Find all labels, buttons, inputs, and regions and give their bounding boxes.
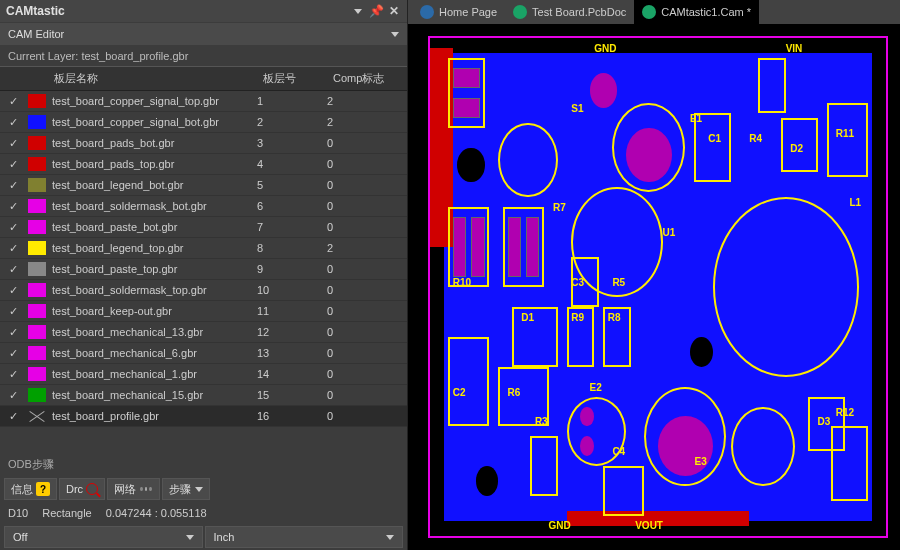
document-tabs: Home PageTest Board.PcbDocCAMtastic1.Cam… — [408, 0, 900, 24]
layer-visibility-check[interactable]: ✓ — [0, 410, 26, 423]
layer-visibility-check[interactable]: ✓ — [0, 368, 26, 381]
layer-color-swatch — [28, 325, 46, 339]
layer-row[interactable]: ✓test_board_legend_top.gbr82 — [0, 238, 407, 259]
layer-visibility-check[interactable]: ✓ — [0, 284, 26, 297]
layer-comp: 0 — [327, 137, 407, 149]
info-button[interactable]: 信息? — [4, 478, 57, 500]
layer-visibility-check[interactable]: ✓ — [0, 326, 26, 339]
layer-comp: 0 — [327, 305, 407, 317]
tab-label: Test Board.PcbDoc — [532, 6, 626, 18]
layer-comp: 0 — [327, 284, 407, 296]
layer-name: test_board_pads_bot.gbr — [48, 137, 257, 149]
layer-number: 16 — [257, 410, 327, 422]
layer-row[interactable]: ✓test_board_mechanical_13.gbr120 — [0, 322, 407, 343]
layer-color-none — [28, 409, 46, 423]
drc-button[interactable]: Drc — [59, 478, 105, 500]
layer-row[interactable]: ✓test_board_mechanical_1.gbr140 — [0, 364, 407, 385]
unit-combo[interactable]: Inch — [205, 526, 404, 548]
layer-name: test_board_profile.gbr — [48, 410, 257, 422]
layer-number: 1 — [257, 95, 327, 107]
layer-comp: 0 — [327, 368, 407, 380]
layer-number: 6 — [257, 200, 327, 212]
step-button[interactable]: 步骤 — [162, 478, 210, 500]
layer-number: 9 — [257, 263, 327, 275]
layer-row[interactable]: ✓test_board_soldermask_bot.gbr60 — [0, 196, 407, 217]
chevron-down-icon — [391, 32, 399, 37]
camtastic-panel: CAMtastic 📌 ✕ CAM Editor Current Layer: … — [0, 0, 408, 550]
document-tab[interactable]: Home Page — [412, 0, 505, 24]
layer-row[interactable]: ✓test_board_keep-out.gbr110 — [0, 301, 407, 322]
layer-color-swatch — [28, 94, 46, 108]
layer-visibility-check[interactable]: ✓ — [0, 221, 26, 234]
combo-row: Off Inch — [0, 524, 407, 550]
layer-color-swatch — [28, 241, 46, 255]
layer-visibility-check[interactable]: ✓ — [0, 179, 26, 192]
chevron-down-icon — [195, 487, 203, 492]
layer-list[interactable]: ✓test_board_copper_signal_top.gbr12✓test… — [0, 91, 407, 453]
header-comp: Comp标志 — [327, 67, 407, 90]
layer-comp: 0 — [327, 221, 407, 233]
cam-editor-dropdown[interactable]: CAM Editor — [0, 23, 407, 45]
layer-name: test_board_copper_signal_bot.gbr — [48, 116, 257, 128]
layer-name: test_board_soldermask_bot.gbr — [48, 200, 257, 212]
layer-name: test_board_mechanical_15.gbr — [48, 389, 257, 401]
layer-row[interactable]: ✓test_board_pads_top.gbr40 — [0, 154, 407, 175]
document-tab[interactable]: Test Board.PcbDoc — [505, 0, 634, 24]
layer-color-swatch — [28, 283, 46, 297]
layer-color-swatch — [28, 115, 46, 129]
layer-visibility-check[interactable]: ✓ — [0, 242, 26, 255]
layer-row[interactable]: ✓test_board_legend_bot.gbr50 — [0, 175, 407, 196]
panel-title-text: CAMtastic — [6, 4, 65, 18]
status-dcode: D10 — [8, 507, 28, 519]
tab-icon — [420, 5, 434, 19]
layer-row[interactable]: ✓test_board_pads_bot.gbr30 — [0, 133, 407, 154]
view-mode-combo[interactable]: Off — [4, 526, 203, 548]
layer-visibility-check[interactable]: ✓ — [0, 95, 26, 108]
layer-number: 2 — [257, 116, 327, 128]
layer-visibility-check[interactable]: ✓ — [0, 200, 26, 213]
layer-number: 14 — [257, 368, 327, 380]
net-button[interactable]: 网络 — [107, 478, 160, 500]
layer-row[interactable]: ✓test_board_paste_bot.gbr70 — [0, 217, 407, 238]
layer-comp: 0 — [327, 410, 407, 422]
layer-comp: 2 — [327, 116, 407, 128]
cam-editor-label: CAM Editor — [8, 28, 64, 40]
status-coords: 0.047244 : 0.055118 — [106, 507, 207, 519]
layer-visibility-check[interactable]: ✓ — [0, 389, 26, 402]
layer-name: test_board_mechanical_1.gbr — [48, 368, 257, 380]
layer-color-swatch — [28, 367, 46, 381]
panel-pin-icon[interactable]: 📌 — [369, 4, 383, 18]
layer-visibility-check[interactable]: ✓ — [0, 116, 26, 129]
layer-row[interactable]: ✓test_board_copper_signal_bot.gbr22 — [0, 112, 407, 133]
layer-visibility-check[interactable]: ✓ — [0, 158, 26, 171]
layer-row[interactable]: ✓test_board_profile.gbr160 — [0, 406, 407, 427]
layer-number: 3 — [257, 137, 327, 149]
layer-visibility-check[interactable]: ✓ — [0, 263, 26, 276]
layer-visibility-check[interactable]: ✓ — [0, 305, 26, 318]
pcb-canvas[interactable]: S1 E1 GND VIN C1 R4 D2 R11 L1 R7 U1 — [408, 24, 900, 550]
layer-visibility-check[interactable]: ✓ — [0, 137, 26, 150]
status-shape: Rectangle — [42, 507, 92, 519]
layer-number: 11 — [257, 305, 327, 317]
status-bar: D10 Rectangle 0.047244 : 0.055118 — [0, 502, 407, 524]
layer-name: test_board_paste_top.gbr — [48, 263, 257, 275]
layer-name: test_board_soldermask_top.gbr — [48, 284, 257, 296]
layer-comp: 0 — [327, 326, 407, 338]
panel-toolbar: 信息? Drc 网络 步骤 — [0, 476, 407, 502]
layer-row[interactable]: ✓test_board_mechanical_15.gbr150 — [0, 385, 407, 406]
layer-color-swatch — [28, 220, 46, 234]
layer-row[interactable]: ✓test_board_soldermask_top.gbr100 — [0, 280, 407, 301]
layer-name: test_board_copper_signal_top.gbr — [48, 95, 257, 107]
layer-number: 10 — [257, 284, 327, 296]
layer-row[interactable]: ✓test_board_paste_top.gbr90 — [0, 259, 407, 280]
layer-color-swatch — [28, 199, 46, 213]
layer-row[interactable]: ✓test_board_copper_signal_top.gbr12 — [0, 91, 407, 112]
tab-label: Home Page — [439, 6, 497, 18]
tab-icon — [642, 5, 656, 19]
layer-name: test_board_keep-out.gbr — [48, 305, 257, 317]
panel-close-icon[interactable]: ✕ — [387, 4, 401, 18]
layer-row[interactable]: ✓test_board_mechanical_6.gbr130 — [0, 343, 407, 364]
panel-dropdown-icon[interactable] — [351, 4, 365, 18]
layer-visibility-check[interactable]: ✓ — [0, 347, 26, 360]
document-tab[interactable]: CAMtastic1.Cam * — [634, 0, 759, 24]
